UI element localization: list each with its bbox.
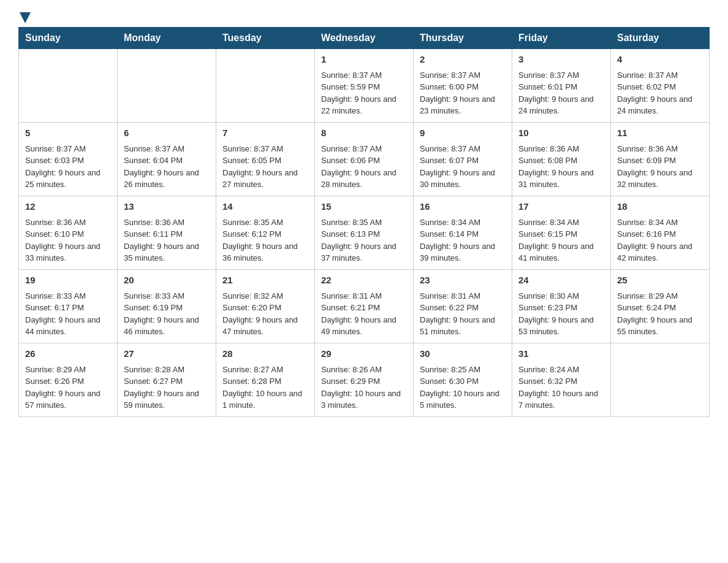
day-number: 2 (420, 53, 506, 67)
day-number: 20 (124, 274, 210, 288)
weekday-header-friday: Friday (512, 28, 611, 49)
day-info: Sunrise: 8:36 AMSunset: 6:11 PMDaylight:… (124, 216, 210, 264)
calendar-week-row: 12Sunrise: 8:36 AMSunset: 6:10 PMDayligh… (19, 196, 710, 270)
day-info: Sunrise: 8:26 AMSunset: 6:29 PMDaylight:… (321, 364, 407, 412)
day-number: 29 (321, 347, 407, 361)
weekday-header-monday: Monday (118, 28, 216, 49)
day-number: 11 (617, 126, 703, 140)
calendar-cell: 22Sunrise: 8:31 AMSunset: 6:21 PMDayligh… (315, 270, 414, 343)
calendar-cell: 15Sunrise: 8:35 AMSunset: 6:13 PMDayligh… (315, 196, 414, 270)
day-info: Sunrise: 8:29 AMSunset: 6:24 PMDaylight:… (617, 290, 703, 338)
calendar-cell: 3Sunrise: 8:37 AMSunset: 6:01 PMDaylight… (512, 49, 611, 123)
day-number: 8 (321, 126, 407, 140)
calendar-cell: 25Sunrise: 8:29 AMSunset: 6:24 PMDayligh… (611, 270, 710, 343)
calendar-cell: 9Sunrise: 8:37 AMSunset: 6:07 PMDaylight… (414, 123, 512, 196)
day-number: 28 (222, 347, 308, 361)
day-info: Sunrise: 8:35 AMSunset: 6:13 PMDaylight:… (321, 216, 407, 264)
day-number: 9 (420, 126, 506, 140)
calendar-cell (118, 49, 216, 123)
day-info: Sunrise: 8:34 AMSunset: 6:16 PMDaylight:… (617, 216, 703, 264)
day-info: Sunrise: 8:36 AMSunset: 6:08 PMDaylight:… (518, 143, 604, 191)
weekday-header-sunday: Sunday (19, 28, 118, 49)
calendar-cell: 7Sunrise: 8:37 AMSunset: 6:05 PMDaylight… (216, 123, 315, 196)
calendar-cell: 24Sunrise: 8:30 AMSunset: 6:23 PMDayligh… (512, 270, 611, 343)
day-number: 7 (222, 126, 308, 140)
day-info: Sunrise: 8:33 AMSunset: 6:17 PMDaylight:… (25, 290, 111, 338)
page-header (18, 12, 710, 21)
calendar-week-row: 1Sunrise: 8:37 AMSunset: 5:59 PMDaylight… (19, 49, 710, 123)
calendar-cell: 31Sunrise: 8:24 AMSunset: 6:32 PMDayligh… (512, 343, 611, 417)
day-info: Sunrise: 8:37 AMSunset: 6:03 PMDaylight:… (25, 143, 111, 191)
calendar-cell: 11Sunrise: 8:36 AMSunset: 6:09 PMDayligh… (611, 123, 710, 196)
calendar-cell (216, 49, 315, 123)
day-info: Sunrise: 8:29 AMSunset: 6:26 PMDaylight:… (25, 364, 111, 412)
day-info: Sunrise: 8:30 AMSunset: 6:23 PMDaylight:… (518, 290, 604, 338)
day-number: 24 (518, 274, 604, 288)
calendar-cell: 8Sunrise: 8:37 AMSunset: 6:06 PMDaylight… (315, 123, 414, 196)
day-number: 31 (518, 347, 604, 361)
calendar-cell: 29Sunrise: 8:26 AMSunset: 6:29 PMDayligh… (315, 343, 414, 417)
day-number: 22 (321, 274, 407, 288)
calendar-cell: 12Sunrise: 8:36 AMSunset: 6:10 PMDayligh… (19, 196, 118, 270)
day-number: 26 (25, 347, 111, 361)
day-number: 16 (420, 200, 506, 214)
day-info: Sunrise: 8:37 AMSunset: 6:01 PMDaylight:… (518, 69, 604, 117)
calendar-cell: 5Sunrise: 8:37 AMSunset: 6:03 PMDaylight… (19, 123, 118, 196)
day-info: Sunrise: 8:24 AMSunset: 6:32 PMDaylight:… (518, 364, 604, 412)
calendar-table: SundayMondayTuesdayWednesdayThursdayFrid… (18, 27, 710, 417)
calendar-week-row: 26Sunrise: 8:29 AMSunset: 6:26 PMDayligh… (19, 343, 710, 417)
logo (18, 12, 31, 21)
calendar-cell: 20Sunrise: 8:33 AMSunset: 6:19 PMDayligh… (118, 270, 216, 343)
day-number: 1 (321, 53, 407, 67)
day-info: Sunrise: 8:37 AMSunset: 6:04 PMDaylight:… (124, 143, 210, 191)
calendar-week-row: 5Sunrise: 8:37 AMSunset: 6:03 PMDaylight… (19, 123, 710, 196)
day-info: Sunrise: 8:37 AMSunset: 6:06 PMDaylight:… (321, 143, 407, 191)
calendar-cell: 17Sunrise: 8:34 AMSunset: 6:15 PMDayligh… (512, 196, 611, 270)
weekday-header-wednesday: Wednesday (315, 28, 414, 49)
day-info: Sunrise: 8:32 AMSunset: 6:20 PMDaylight:… (222, 290, 308, 338)
logo-arrow-icon (20, 12, 31, 23)
day-info: Sunrise: 8:28 AMSunset: 6:27 PMDaylight:… (124, 364, 210, 412)
day-number: 3 (518, 53, 604, 67)
calendar-cell: 21Sunrise: 8:32 AMSunset: 6:20 PMDayligh… (216, 270, 315, 343)
day-info: Sunrise: 8:35 AMSunset: 6:12 PMDaylight:… (222, 216, 308, 264)
day-info: Sunrise: 8:31 AMSunset: 6:22 PMDaylight:… (420, 290, 506, 338)
day-info: Sunrise: 8:37 AMSunset: 6:07 PMDaylight:… (420, 143, 506, 191)
calendar-cell: 26Sunrise: 8:29 AMSunset: 6:26 PMDayligh… (19, 343, 118, 417)
calendar-cell (611, 343, 710, 417)
calendar-cell: 2Sunrise: 8:37 AMSunset: 6:00 PMDaylight… (414, 49, 512, 123)
day-info: Sunrise: 8:36 AMSunset: 6:10 PMDaylight:… (25, 216, 111, 264)
day-info: Sunrise: 8:36 AMSunset: 6:09 PMDaylight:… (617, 143, 703, 191)
day-number: 14 (222, 200, 308, 214)
day-number: 23 (420, 274, 506, 288)
day-number: 27 (124, 347, 210, 361)
day-info: Sunrise: 8:37 AMSunset: 5:59 PMDaylight:… (321, 69, 407, 117)
day-number: 30 (420, 347, 506, 361)
calendar-header-row: SundayMondayTuesdayWednesdayThursdayFrid… (19, 28, 710, 49)
weekday-header-tuesday: Tuesday (216, 28, 315, 49)
day-number: 21 (222, 274, 308, 288)
day-info: Sunrise: 8:37 AMSunset: 6:02 PMDaylight:… (617, 69, 703, 117)
day-number: 5 (25, 126, 111, 140)
calendar-cell: 1Sunrise: 8:37 AMSunset: 5:59 PMDaylight… (315, 49, 414, 123)
calendar-week-row: 19Sunrise: 8:33 AMSunset: 6:17 PMDayligh… (19, 270, 710, 343)
day-info: Sunrise: 8:34 AMSunset: 6:14 PMDaylight:… (420, 216, 506, 264)
day-info: Sunrise: 8:37 AMSunset: 6:05 PMDaylight:… (222, 143, 308, 191)
calendar-cell: 6Sunrise: 8:37 AMSunset: 6:04 PMDaylight… (118, 123, 216, 196)
calendar-cell: 13Sunrise: 8:36 AMSunset: 6:11 PMDayligh… (118, 196, 216, 270)
day-number: 10 (518, 126, 604, 140)
day-number: 19 (25, 274, 111, 288)
weekday-header-thursday: Thursday (414, 28, 512, 49)
svg-marker-0 (20, 12, 31, 23)
day-number: 12 (25, 200, 111, 214)
calendar-cell: 18Sunrise: 8:34 AMSunset: 6:16 PMDayligh… (611, 196, 710, 270)
calendar-cell: 10Sunrise: 8:36 AMSunset: 6:08 PMDayligh… (512, 123, 611, 196)
day-number: 17 (518, 200, 604, 214)
day-info: Sunrise: 8:37 AMSunset: 6:00 PMDaylight:… (420, 69, 506, 117)
day-number: 13 (124, 200, 210, 214)
calendar-cell: 23Sunrise: 8:31 AMSunset: 6:22 PMDayligh… (414, 270, 512, 343)
day-number: 6 (124, 126, 210, 140)
day-number: 4 (617, 53, 703, 67)
weekday-header-saturday: Saturday (611, 28, 710, 49)
day-number: 25 (617, 274, 703, 288)
